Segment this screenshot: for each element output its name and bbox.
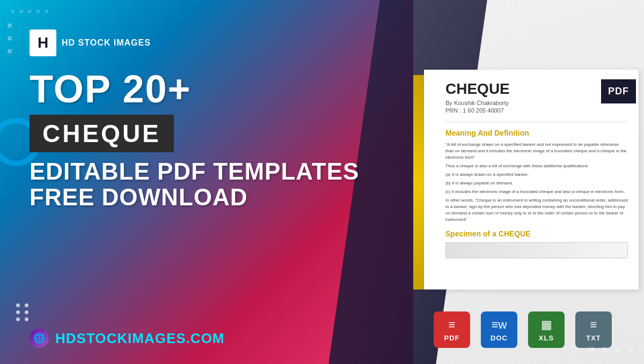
doc-divider [445,122,628,122]
doc-specimen-bar [445,242,628,258]
format-icons-area: ≡ PDF ≡w DOC ▦ XLS ≡ TXT [434,311,612,348]
doc-text1: "A bill of exchange drawn on a specified… [445,142,628,161]
pdf-badge: PDF [601,79,636,103]
pdf-format-icon[interactable]: ≡ PDF [434,311,470,348]
doc-text6: In other words, "Cheque is an instrument… [445,197,628,223]
subtitle-text: EDITABLE PDF TEMPLATES FREE DOWNLOAD [30,159,359,211]
xls-icon-label: XLS [539,334,554,342]
txt-icon-label: TXT [586,334,601,342]
top20-heading: TOP 20+ [30,70,359,108]
doc-format-icon[interactable]: ≡w DOC [481,311,517,348]
main-text-area: TOP 20+ CHEQUE EDITABLE PDF TEMPLATES FR… [30,70,359,211]
bottom-dots-left [16,303,30,321]
pdf-icon-symbol: ≡ [449,318,456,332]
doc-text2: Thus a cheque is also a bill of exchange… [445,163,628,169]
txt-icon-symbol: ≡ [590,318,597,332]
pdf-badge-text: PDF [608,86,629,97]
xls-format-icon[interactable]: ▦ XLS [528,311,565,348]
top-arrows-decoration: » » » » » [11,6,50,15]
globe-icon: 🌐 [30,329,49,348]
logo-area[interactable]: H HD STOCK IMAGES [30,29,151,56]
cheque-badge-text: CHEQUE [42,120,161,147]
logo-icon: H [30,29,56,56]
doc-section1-title: Meaning And Definition [445,129,628,137]
cheque-badge: CHEQUE [30,115,174,152]
website-text: HDSTOCKIMAGES.COM [55,330,225,347]
x-marks-decoration: ✕ ✕ ✕ [6,21,13,56]
brand-name: HD STOCK IMAGES [62,38,151,48]
main-container: » » » » » ✕ ✕ ✕ H HD STOCK IMAGES TOP 20… [0,0,644,364]
xls-icon-symbol: ▦ [541,318,552,332]
doc-section2-title: Specimen of a CHEQUE [445,229,628,238]
doc-icon-label: DOC [491,334,508,342]
doc-text5: (c) It includes the electronic image of … [445,189,628,195]
doc-text3: (a) It is always drawn on a specified ba… [445,172,628,178]
doc-icon-symbol: ≡w [492,318,507,332]
pdf-icon-label: PDF [444,334,460,342]
doc-author: By Koushik Chakraborty [445,100,628,106]
doc-title: CHEQUE [445,80,628,98]
website-area[interactable]: 🌐 HDSTOCKIMAGES.COM [30,329,225,348]
doc-prn: PRN : 1 60 205 40007 [445,107,628,114]
doc-text4: (b) It is always payable on demand. [445,180,628,187]
bottom-right-arrows: » » » » [589,342,636,356]
